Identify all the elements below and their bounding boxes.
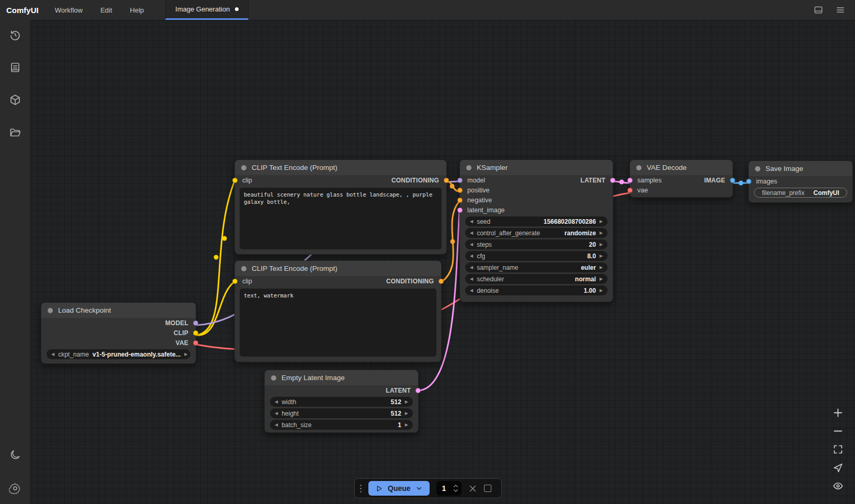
- widget-batch-size[interactable]: batch_size 1: [270, 420, 413, 430]
- decrement-arrow-icon[interactable]: [275, 423, 278, 427]
- clear-queue-x-icon[interactable]: [468, 484, 477, 493]
- input-slot-latent-image[interactable]: [457, 208, 463, 213]
- increment-arrow-icon[interactable]: [600, 231, 603, 235]
- increment-arrow-icon[interactable]: [405, 423, 408, 427]
- input-slot-clip[interactable]: [232, 178, 238, 183]
- node-clip-text-encode-positive[interactable]: CLIP Text Encode (Prompt) clip CONDITION…: [234, 159, 447, 255]
- increment-arrow-icon[interactable]: [405, 400, 408, 404]
- menu-workflow[interactable]: Workflow: [46, 0, 92, 20]
- node-library-cube-icon[interactable]: [9, 94, 21, 106]
- widget-width[interactable]: width 512: [270, 397, 413, 407]
- increment-arrow-icon[interactable]: [184, 352, 187, 357]
- decrement-arrow-icon[interactable]: [470, 254, 473, 258]
- widget-filename-prefix[interactable]: filename_prefix ComfyUI: [754, 188, 847, 198]
- input-slot-negative[interactable]: [457, 198, 463, 203]
- stepper-up-icon[interactable]: [453, 484, 458, 488]
- node-header[interactable]: Load Checkpoint: [41, 303, 196, 318]
- node-header[interactable]: CLIP Text Encode (Prompt): [235, 261, 441, 276]
- increment-arrow-icon[interactable]: [600, 220, 603, 224]
- hamburger-menu-icon[interactable]: [835, 5, 846, 15]
- drag-handle[interactable]: [360, 485, 362, 492]
- node-save-image[interactable]: Save Image images filename_prefix ComfyU…: [748, 161, 853, 203]
- batch-count-steppers[interactable]: [453, 484, 462, 492]
- decrement-arrow-icon[interactable]: [470, 289, 473, 293]
- input-slot-clip[interactable]: [232, 279, 238, 284]
- widget-control-after-generate[interactable]: control_after_generate randomize: [465, 228, 608, 238]
- widget-height[interactable]: height 512: [270, 408, 413, 418]
- widget-denoise[interactable]: denoise 1.00: [465, 285, 608, 295]
- increment-arrow-icon[interactable]: [600, 254, 603, 258]
- node-header[interactable]: Empty Latent Image: [265, 370, 418, 385]
- increment-arrow-icon[interactable]: [600, 243, 603, 247]
- output-slot-latent[interactable]: [610, 178, 615, 183]
- node-ksampler[interactable]: KSampler model LATENT positive negative …: [459, 159, 613, 302]
- decrement-arrow-icon[interactable]: [275, 400, 278, 404]
- workflows-folder-icon[interactable]: [9, 126, 21, 139]
- collapse-dot[interactable]: [241, 165, 246, 170]
- collapse-dot[interactable]: [755, 166, 760, 171]
- stepper-down-icon[interactable]: [453, 489, 458, 492]
- stop-icon[interactable]: [484, 485, 491, 492]
- node-load-checkpoint[interactable]: Load Checkpoint MODEL CLIP VAE ckpt_name…: [41, 302, 196, 364]
- widget-scheduler[interactable]: scheduler normal: [465, 274, 608, 284]
- increment-arrow-icon[interactable]: [600, 289, 603, 293]
- widget-cfg[interactable]: cfg 8.0: [465, 251, 608, 261]
- chevron-down-icon[interactable]: [415, 485, 423, 492]
- output-slot-clip[interactable]: [193, 330, 198, 336]
- theme-toggle-moon-icon[interactable]: [9, 449, 21, 461]
- input-slot-images[interactable]: [746, 179, 751, 184]
- zoom-in-icon[interactable]: [833, 407, 843, 418]
- input-slot-vae[interactable]: [627, 188, 633, 193]
- decrement-arrow-icon[interactable]: [470, 231, 473, 235]
- node-header[interactable]: VAE Decode: [630, 160, 733, 175]
- menu-edit[interactable]: Edit: [92, 0, 121, 20]
- node-empty-latent-image[interactable]: Empty Latent Image LATENT width 512 heig…: [264, 370, 419, 433]
- decrement-arrow-icon[interactable]: [275, 411, 278, 416]
- collapse-dot[interactable]: [48, 308, 53, 313]
- widget-sampler-name[interactable]: sampler_name euler: [465, 262, 608, 272]
- zoom-out-icon[interactable]: [833, 426, 843, 437]
- queue-button[interactable]: Queue: [368, 481, 430, 496]
- increment-arrow-icon[interactable]: [600, 277, 603, 281]
- node-header[interactable]: Save Image: [749, 161, 852, 176]
- batch-count-input[interactable]: 1: [436, 481, 462, 496]
- toggle-bottom-panel-icon[interactable]: [813, 5, 824, 15]
- collapse-dot[interactable]: [466, 165, 471, 170]
- history-icon[interactable]: [9, 29, 21, 41]
- tab-image-generation[interactable]: Image Generation: [165, 0, 249, 20]
- output-slot-vae[interactable]: [193, 340, 198, 346]
- node-vae-decode[interactable]: VAE Decode samples IMAGE vae: [629, 159, 733, 198]
- positive-prompt-textarea[interactable]: beautiful scenery nature glass bottle la…: [240, 188, 442, 249]
- collapse-dot[interactable]: [241, 266, 246, 271]
- decrement-arrow-icon[interactable]: [470, 243, 473, 247]
- collapse-dot[interactable]: [271, 375, 276, 381]
- decrement-arrow-icon[interactable]: [470, 266, 473, 270]
- input-slot-samples[interactable]: [627, 178, 633, 183]
- decrement-arrow-icon[interactable]: [470, 220, 473, 224]
- settings-gear-icon[interactable]: [9, 482, 21, 495]
- widget-steps[interactable]: steps 20: [465, 239, 608, 249]
- output-slot-latent[interactable]: [415, 388, 421, 393]
- fit-view-icon[interactable]: [833, 444, 843, 455]
- node-clip-text-encode-negative[interactable]: CLIP Text Encode (Prompt) clip CONDITION…: [234, 260, 442, 362]
- node-graph-canvas[interactable]: [30, 20, 855, 504]
- output-slot-conditioning[interactable]: [438, 279, 444, 284]
- output-slot-model[interactable]: [193, 320, 198, 326]
- logs-icon[interactable]: [9, 61, 21, 74]
- widget-seed[interactable]: seed 156680208700286: [465, 216, 608, 226]
- increment-arrow-icon[interactable]: [600, 266, 603, 270]
- increment-arrow-icon[interactable]: [405, 411, 408, 416]
- node-header[interactable]: CLIP Text Encode (Prompt): [235, 160, 446, 175]
- negative-prompt-textarea[interactable]: text, watermark: [240, 289, 436, 357]
- output-slot-image[interactable]: [730, 178, 735, 183]
- toggle-visibility-eye-icon[interactable]: [833, 480, 843, 491]
- node-header[interactable]: KSampler: [460, 160, 613, 175]
- pointer-mode-icon[interactable]: [833, 462, 843, 473]
- input-slot-positive[interactable]: [457, 188, 463, 193]
- collapse-dot[interactable]: [636, 165, 642, 170]
- widget-ckpt-name[interactable]: ckpt_name v1-5-pruned-emaonly.safete...: [47, 349, 190, 359]
- output-slot-conditioning[interactable]: [444, 178, 449, 183]
- input-slot-model[interactable]: [457, 178, 463, 183]
- decrement-arrow-icon[interactable]: [51, 352, 54, 357]
- menu-help[interactable]: Help: [121, 0, 153, 20]
